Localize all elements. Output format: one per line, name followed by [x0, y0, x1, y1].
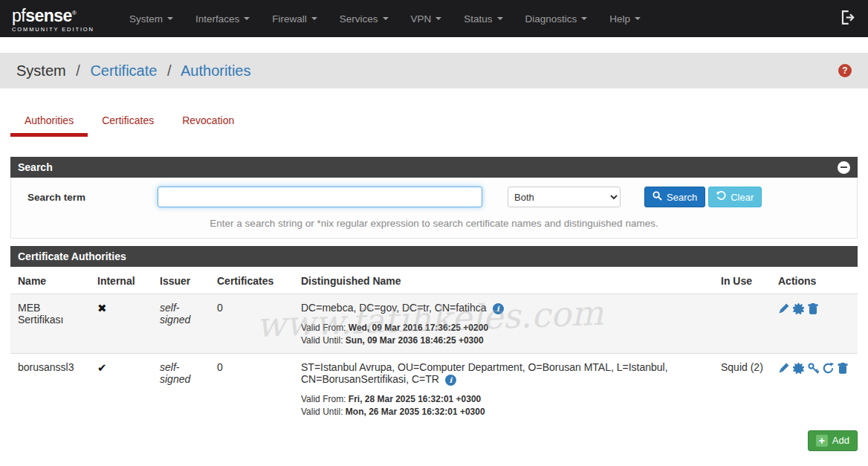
nav-interfaces[interactable]: Interfaces: [184, 0, 261, 37]
refresh-icon: [823, 363, 834, 374]
valid-from-value: Fri, 28 Mar 2025 16:32:01 +0300: [349, 394, 481, 404]
search-panel: Search Search term Both Search: [10, 157, 858, 239]
trash-icon: [808, 303, 818, 314]
search-scope-select[interactable]: Both: [508, 187, 621, 207]
ca-issuer: self-signed: [152, 353, 210, 424]
search-panel-body: Search term Both Search: [10, 178, 858, 239]
renew-ca-button[interactable]: [823, 361, 834, 374]
valid-until-value: Mon, 26 Mar 2035 16:32:01 +0300: [346, 407, 485, 417]
chevron-down-icon: [635, 17, 641, 20]
search-term-input[interactable]: [158, 187, 482, 207]
ca-panel-title: Certificate Authorities: [18, 250, 126, 262]
ca-dn: ST=Istanbul Avrupa, OU=Computer Departme…: [301, 361, 668, 385]
certificate-icon: [793, 363, 804, 374]
edit-ca-button[interactable]: [778, 302, 789, 314]
col-name: Name: [10, 267, 90, 294]
nav-status[interactable]: Status: [453, 0, 514, 37]
main-menu: System Interfaces Firewall Services VPN …: [118, 0, 652, 37]
valid-from-value: Wed, 09 Mar 2016 17:36:25 +0200: [349, 323, 488, 333]
add-ca-button[interactable]: + Add: [808, 430, 858, 451]
export-key-button[interactable]: [808, 361, 819, 374]
breadcrumb-link-certificate[interactable]: Certificate: [90, 62, 157, 79]
ca-cert-count: 0: [210, 353, 294, 424]
ca-cert-count: 0: [210, 294, 294, 354]
valid-until-label: Valid Until:: [301, 407, 343, 417]
chevron-down-icon: [497, 17, 503, 20]
chevron-down-icon: [383, 17, 389, 20]
ca-dn: DC=mebca, DC=gov, DC=tr, CN=fatihca: [301, 302, 487, 314]
check-icon: ✔: [97, 361, 107, 374]
pencil-icon: [778, 303, 789, 314]
logout-button[interactable]: [841, 10, 855, 27]
col-actions: Actions: [771, 267, 858, 294]
export-ca-cert-button[interactable]: [793, 361, 804, 374]
ca-name: borusanssl3: [10, 353, 90, 424]
tab-authorities[interactable]: Authorities: [10, 108, 88, 137]
tab-revocation[interactable]: Revocation: [168, 108, 248, 137]
col-in-use: In Use: [713, 267, 771, 294]
chevron-down-icon: [311, 17, 317, 20]
search-term-label: Search term: [11, 192, 158, 203]
search-button[interactable]: Search: [644, 187, 705, 207]
chevron-down-icon: [435, 17, 441, 20]
help-icon[interactable]: ?: [838, 64, 852, 77]
pfsense-logo-text: pfsense®: [12, 4, 94, 25]
breadcrumb-root: System: [16, 62, 66, 79]
trash-icon: [838, 363, 848, 374]
col-distinguished-name: Distinguished Name: [294, 267, 713, 294]
magnifier-icon: [652, 191, 662, 203]
search-panel-title: Search: [18, 161, 53, 173]
logout-icon: [841, 10, 855, 27]
table-row: MEB Sertifikası ✖ self-signed 0 DC=mebca…: [10, 294, 858, 354]
breadcrumb-link-authorities[interactable]: Authorities: [181, 62, 251, 79]
search-help-text: Enter a search string or *nix regular ex…: [11, 218, 857, 229]
ca-issuer: self-signed: [152, 294, 210, 354]
certificate-authorities-panel: Certificate Authorities Name Internal Is…: [10, 246, 858, 424]
certificate-icon: [793, 303, 804, 314]
info-icon[interactable]: i: [493, 303, 504, 314]
valid-from-label: Valid From:: [301, 394, 346, 404]
ca-table: Name Internal Issuer Certificates Distin…: [10, 267, 858, 424]
tab-certificates[interactable]: Certificates: [88, 108, 168, 137]
search-panel-header: Search: [10, 157, 858, 178]
col-issuer: Issuer: [152, 267, 210, 294]
ca-in-use: Squid (2): [713, 353, 771, 424]
chevron-down-icon: [167, 17, 173, 20]
breadcrumb: System / Certificate / Authorities: [16, 62, 250, 80]
ca-in-use: [713, 294, 771, 354]
nav-diagnostics[interactable]: Diagnostics: [514, 0, 599, 37]
nav-help[interactable]: Help: [598, 0, 652, 37]
pfsense-logo[interactable]: pfsense® COMMUNITY EDITION: [6, 1, 100, 36]
nav-firewall[interactable]: Firewall: [261, 0, 328, 37]
table-row: borusanssl3 ✔ self-signed 0 ST=Istanbul …: [10, 353, 858, 424]
export-ca-cert-button[interactable]: [793, 302, 804, 314]
col-internal: Internal: [90, 267, 152, 294]
key-icon: [808, 363, 819, 374]
chevron-down-icon: [581, 17, 587, 20]
top-navbar: pfsense® COMMUNITY EDITION System Interf…: [0, 0, 868, 37]
page-header: System / Certificate / Authorities ?: [0, 53, 868, 88]
valid-from-label: Valid From:: [301, 323, 346, 333]
edit-ca-button[interactable]: [778, 361, 789, 374]
ca-panel-header: Certificate Authorities: [10, 246, 858, 267]
pencil-icon: [778, 363, 789, 374]
col-certificates: Certificates: [210, 267, 294, 294]
delete-ca-button[interactable]: [838, 361, 848, 374]
plus-icon: +: [816, 435, 828, 447]
community-edition-label: COMMUNITY EDITION: [12, 26, 94, 33]
collapse-minus-icon[interactable]: [838, 161, 850, 174]
nav-services[interactable]: Services: [328, 0, 400, 37]
chevron-down-icon: [244, 17, 250, 20]
clear-button[interactable]: Clear: [708, 187, 762, 207]
nav-vpn[interactable]: VPN: [400, 0, 453, 37]
tab-bar: Authorities Certificates Revocation: [10, 108, 868, 137]
info-icon[interactable]: i: [445, 375, 456, 386]
valid-until-label: Valid Until:: [301, 335, 343, 346]
footer-actions: + Add: [0, 430, 858, 451]
ca-name: MEB Sertifikası: [10, 294, 90, 354]
nav-system[interactable]: System: [118, 0, 184, 37]
undo-icon: [716, 191, 726, 203]
valid-until-value: Sun, 09 Mar 2036 18:46:25 +0300: [346, 335, 484, 346]
delete-ca-button[interactable]: [808, 302, 818, 314]
ca-table-header-row: Name Internal Issuer Certificates Distin…: [10, 267, 858, 294]
